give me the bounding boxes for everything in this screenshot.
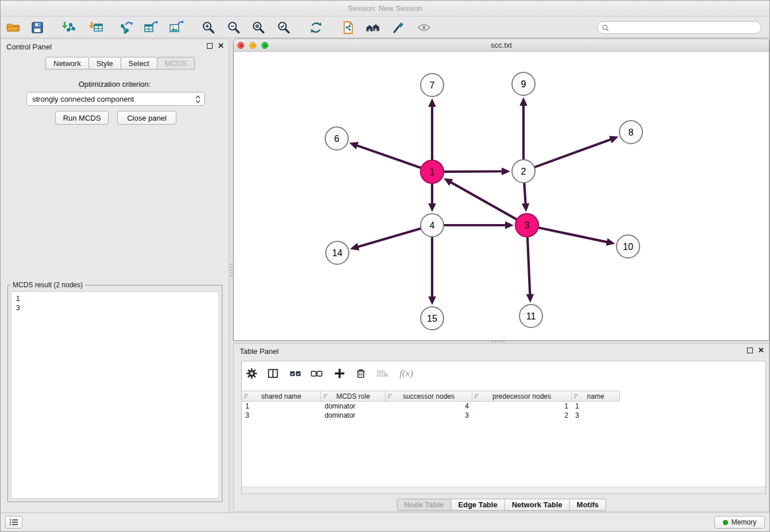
- column-header-MCDS-role[interactable]: MCDS role: [321, 391, 386, 401]
- graph-node-11[interactable]: 11: [519, 304, 542, 327]
- graph-node-2[interactable]: 2: [512, 160, 535, 183]
- graph-node-15[interactable]: 15: [421, 307, 444, 330]
- export-table-icon: [143, 20, 159, 36]
- refresh-icon: [308, 20, 324, 36]
- zoom-out-button[interactable]: [225, 19, 242, 36]
- window-close-button[interactable]: [237, 42, 244, 49]
- column-header-predecessor-nodes[interactable]: predecessor nodes: [472, 391, 572, 401]
- graph-edge-4-14[interactable]: [357, 228, 422, 247]
- table-panel-title: Table Panel: [240, 347, 279, 356]
- network-graph[interactable]: 7968124314101511: [234, 52, 769, 340]
- import-table-button[interactable]: [87, 19, 105, 36]
- table-cell[interactable]: 1: [472, 402, 572, 411]
- chevron-up-down-icon: [195, 94, 201, 105]
- control-panel-float-button[interactable]: [207, 43, 213, 49]
- table-tab-network-table[interactable]: Network Table: [505, 499, 570, 511]
- graph-edge-2-8[interactable]: [533, 139, 611, 168]
- graph-node-1[interactable]: 1: [421, 160, 444, 183]
- svg-text:6: 6: [334, 134, 340, 144]
- close-panel-button[interactable]: Close panel: [117, 111, 176, 125]
- mcds-result-groupbox: MCDS result (2 nodes) 1 3: [7, 285, 222, 502]
- graph-node-9[interactable]: 9: [512, 72, 535, 95]
- node-table-area: f(x) shared nameMCDS rolesuccessor nodes…: [241, 361, 766, 494]
- window-zoom-button[interactable]: [261, 42, 268, 49]
- network-canvas[interactable]: 7968124314101511: [234, 52, 769, 340]
- table-cell[interactable]: dominator: [321, 402, 386, 411]
- table-cell[interactable]: dominator: [321, 411, 386, 420]
- optimization-criterion-select[interactable]: strongly connected component: [26, 92, 205, 106]
- add-row-button[interactable]: [332, 366, 347, 381]
- control-tab-select[interactable]: Select: [121, 57, 157, 70]
- table-row[interactable]: 3dominator323: [242, 411, 765, 420]
- table-panel-float-button[interactable]: [747, 348, 753, 353]
- table-cell[interactable]: 3: [572, 411, 620, 420]
- select-all-button[interactable]: [288, 366, 303, 381]
- task-history-button[interactable]: [5, 516, 22, 529]
- edge-arrowhead: [428, 203, 436, 212]
- table-tab-motifs[interactable]: Motifs: [570, 499, 606, 511]
- control-panel-close-button[interactable]: ✕: [218, 43, 224, 49]
- search-field[interactable]: [597, 21, 761, 34]
- table-tab-node-table[interactable]: Node Table: [396, 499, 451, 511]
- run-mcds-button[interactable]: Run MCDS: [55, 111, 109, 125]
- window-minimize-button[interactable]: [249, 42, 256, 49]
- graph-edge-1-2[interactable]: [442, 171, 503, 172]
- graph-node-8[interactable]: 8: [619, 121, 642, 144]
- table-cell[interactable]: 2: [472, 411, 572, 420]
- zoom-selected-button[interactable]: [275, 19, 292, 36]
- new-network-button[interactable]: [117, 19, 134, 36]
- table-cell[interactable]: 1: [242, 402, 321, 411]
- edge-arrowhead: [349, 142, 359, 149]
- graphics-details-button[interactable]: [390, 19, 407, 36]
- save-session-button[interactable]: [29, 19, 46, 36]
- refresh-layout-button[interactable]: [307, 19, 325, 36]
- column-header-shared-name[interactable]: shared name: [242, 391, 321, 401]
- table-row[interactable]: 1dominator411: [242, 402, 765, 411]
- graph-node-4[interactable]: 4: [421, 214, 444, 237]
- clone-network-button[interactable]: [340, 19, 357, 36]
- graph-edge-1-6[interactable]: [356, 145, 422, 168]
- zoom-fit-button[interactable]: [250, 19, 267, 36]
- column-header-successor-nodes[interactable]: successor nodes: [386, 391, 472, 401]
- graph-edge-3-10[interactable]: [537, 228, 608, 242]
- graph-node-6[interactable]: 6: [325, 127, 348, 150]
- bird-view-button[interactable]: [415, 19, 433, 36]
- unselect-all-button[interactable]: [309, 366, 324, 381]
- first-neighbors-button[interactable]: [364, 19, 382, 36]
- graph-edge-3-11[interactable]: [528, 236, 530, 295]
- graph-node-10[interactable]: 10: [617, 235, 640, 258]
- memory-button[interactable]: Memory: [714, 516, 765, 529]
- zoom-in-button[interactable]: [200, 19, 217, 36]
- export-image-button[interactable]: [167, 19, 184, 36]
- search-icon: [602, 24, 609, 32]
- export-table-button[interactable]: [142, 19, 159, 36]
- column-header-name[interactable]: name: [572, 391, 620, 401]
- graph-node-7[interactable]: 7: [421, 74, 444, 97]
- graph-node-3[interactable]: 3: [515, 214, 538, 237]
- control-tab-mcds[interactable]: MCDS: [157, 57, 195, 70]
- status-bar: Memory: [1, 512, 769, 531]
- table-horizontal-scrollbar[interactable]: [242, 487, 765, 494]
- table-cell[interactable]: 1: [572, 402, 620, 411]
- control-tab-network[interactable]: Network: [45, 57, 89, 70]
- table-tab-edge-table[interactable]: Edge Table: [451, 499, 505, 511]
- table-cell[interactable]: 4: [386, 402, 472, 411]
- delete-column-button[interactable]: [353, 366, 368, 381]
- show-column-button[interactable]: [265, 366, 280, 381]
- graph-edge-2-3[interactable]: [524, 182, 526, 205]
- splitter-grip[interactable]: [230, 264, 233, 276]
- table-cell[interactable]: 3: [386, 411, 472, 420]
- table-cell[interactable]: 3: [242, 411, 321, 420]
- control-tab-style[interactable]: Style: [89, 57, 121, 70]
- graph-node-14[interactable]: 14: [326, 241, 349, 264]
- list-icon: [9, 518, 18, 526]
- svg-text:1: 1: [430, 167, 435, 177]
- edge-arrowhead: [502, 167, 510, 175]
- vertical-splitter[interactable]: [229, 38, 233, 513]
- search-input[interactable]: [611, 24, 757, 32]
- table-panel-close-button[interactable]: ✕: [758, 348, 764, 353]
- open-session-button[interactable]: [5, 19, 22, 36]
- table-settings-button[interactable]: [244, 366, 259, 381]
- graph-edge-3-1[interactable]: [450, 182, 518, 220]
- import-network-button[interactable]: [60, 19, 77, 36]
